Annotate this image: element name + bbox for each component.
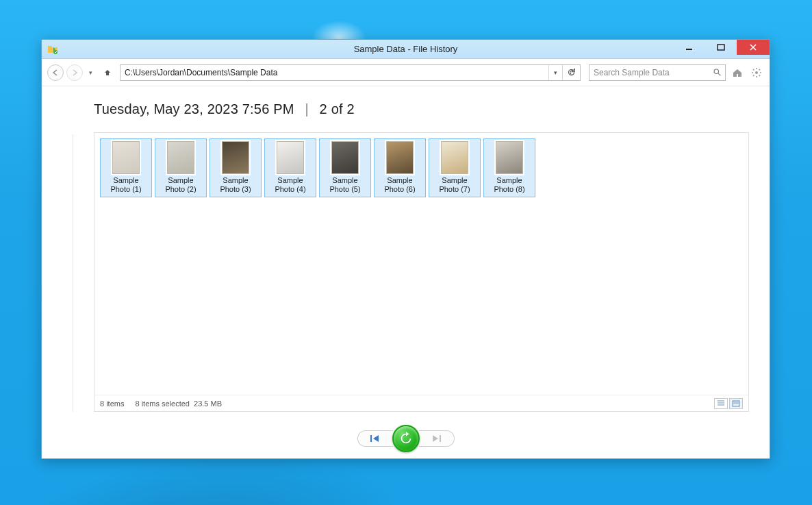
file-label: Sample Photo (6) (377, 176, 423, 194)
file-label: Sample Photo (2) (157, 176, 204, 194)
file-thumbnail (167, 141, 194, 174)
selected-info: 8 items selected 23.5 MB (135, 399, 222, 408)
file-label: Sample Photo (7) (431, 176, 478, 194)
gear-icon[interactable] (749, 65, 764, 80)
back-button[interactable] (47, 64, 64, 81)
file-item[interactable]: Sample Photo (4) (264, 138, 316, 197)
file-thumbnail (496, 141, 523, 174)
svg-point-3 (714, 69, 719, 74)
refresh-button[interactable] (562, 65, 580, 80)
status-bar: 8 items 8 items selected 23.5 MB (94, 395, 748, 411)
file-item[interactable]: Sample Photo (7) (429, 138, 481, 197)
window-title: Sample Data - File History (42, 44, 770, 54)
icons-view-button[interactable] (729, 398, 743, 409)
navigation-pane[interactable] (47, 134, 73, 412)
svg-point-4 (755, 71, 758, 74)
address-dropdown[interactable]: ▾ (548, 65, 562, 80)
version-timestamp: Tuesday, May 23, 2023 7:56 PM (94, 101, 294, 116)
svg-rect-9 (440, 435, 441, 442)
item-count: 8 items (100, 399, 124, 408)
maximize-button[interactable] (705, 40, 737, 55)
restore-button[interactable] (392, 425, 420, 452)
details-view-button[interactable] (714, 398, 728, 409)
svg-point-5 (717, 400, 718, 401)
search-input[interactable] (589, 68, 709, 77)
version-heading: Tuesday, May 23, 2023 7:56 PM | 2 of 2 (94, 101, 749, 117)
title-bar[interactable]: Sample Data - File History (42, 40, 770, 59)
search-icon[interactable] (709, 68, 725, 77)
history-dropdown[interactable]: ▾ (86, 69, 95, 76)
address-input[interactable] (120, 65, 548, 80)
file-item[interactable]: Sample Photo (3) (210, 138, 262, 197)
content-area: Tuesday, May 23, 2023 7:56 PM | 2 of 2 S… (73, 86, 770, 419)
file-item[interactable]: Sample Photo (6) (374, 138, 426, 197)
file-label: Sample Photo (1) (103, 176, 149, 194)
toolbar: ▾ ▾ (42, 59, 770, 86)
files-panel: Sample Photo (1) Sample Photo (2) Sample… (94, 132, 749, 412)
file-item[interactable]: Sample Photo (8) (483, 138, 535, 197)
up-button[interactable] (101, 66, 114, 79)
next-version-button[interactable] (419, 430, 455, 447)
address-bar: ▾ (120, 64, 581, 81)
heading-separator: | (305, 101, 308, 116)
svg-rect-1 (686, 49, 692, 50)
navigation-bar (42, 419, 770, 458)
svg-rect-8 (370, 435, 372, 442)
file-grid[interactable]: Sample Photo (1) Sample Photo (2) Sample… (94, 133, 748, 395)
search-bar (589, 64, 726, 81)
file-label: Sample Photo (5) (322, 176, 368, 194)
file-item[interactable]: Sample Photo (1) (100, 138, 152, 197)
previous-version-button[interactable] (357, 430, 393, 447)
file-history-window: Sample Data - File History ▾ ▾ (41, 39, 770, 459)
svg-rect-2 (718, 45, 724, 50)
file-thumbnail (386, 141, 414, 174)
file-item[interactable]: Sample Photo (2) (155, 138, 207, 197)
view-switcher (714, 398, 743, 409)
home-button[interactable] (730, 65, 745, 80)
file-thumbnail (222, 141, 249, 174)
window-body: Tuesday, May 23, 2023 7:56 PM | 2 of 2 S… (42, 86, 770, 419)
svg-rect-7 (733, 402, 739, 404)
version-position: 2 of 2 (320, 101, 355, 116)
forward-button[interactable] (66, 64, 83, 81)
file-thumbnail (331, 141, 359, 174)
file-label: Sample Photo (8) (486, 176, 533, 194)
app-icon (46, 42, 60, 56)
file-label: Sample Photo (4) (267, 176, 314, 194)
file-item[interactable]: Sample Photo (5) (319, 138, 371, 197)
file-thumbnail (112, 141, 140, 174)
close-button[interactable] (737, 40, 770, 55)
svg-point-0 (53, 50, 58, 54)
file-thumbnail (277, 141, 304, 174)
file-label: Sample Photo (3) (212, 176, 259, 194)
file-thumbnail (441, 141, 468, 174)
window-controls (674, 40, 770, 55)
minimize-button[interactable] (674, 40, 705, 55)
